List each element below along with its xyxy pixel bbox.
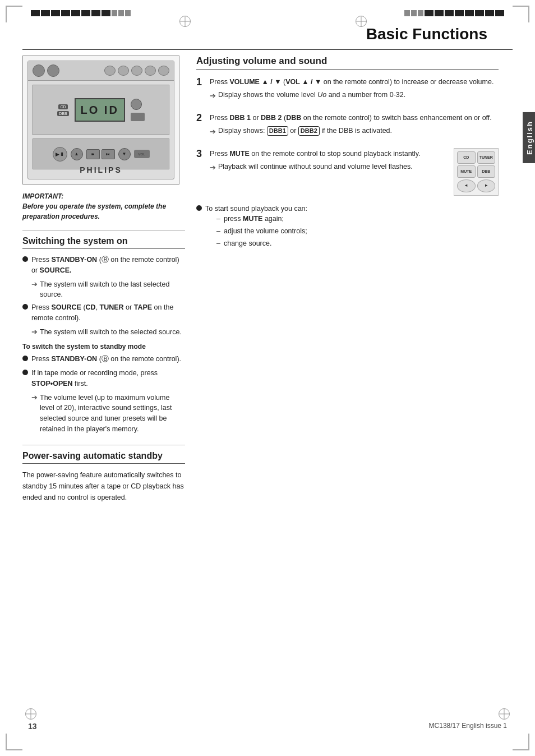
arrow-icon-2: ➔ — [31, 328, 38, 336]
device-top-panel — [28, 61, 174, 81]
dash-item-3-text: change source. — [224, 238, 271, 249]
device-btn-6 — [145, 66, 156, 76]
vol-item-1-arrow: ➔ Display shows the volume level Uo and … — [210, 90, 499, 102]
switching-on-section: Switching the system on Press STANDBY-ON… — [22, 236, 185, 435]
device-btn-1 — [33, 64, 45, 77]
adjusting-volume-title: Adjusting volume and sound — [196, 56, 499, 70]
corner-mark-bl — [6, 734, 22, 750]
device-image: CD DBB LO ID ▶⏸ ▲ — [22, 56, 179, 185]
dash-3: – — [216, 238, 220, 249]
power-saving-title: Power-saving automatic standby — [22, 451, 185, 464]
device-body: CD DBB LO ID ▶⏸ ▲ — [27, 61, 174, 179]
volume-item-3-content: CD TUNER MUTE DBB ◂ ▸ Press MUTE on the … — [210, 148, 499, 196]
page-title: Basic Functions — [22, 0, 513, 50]
power-saving-text: The power-saving feature automatically s… — [22, 469, 185, 503]
dash-1: – — [216, 214, 220, 224]
device-btn-2 — [47, 64, 59, 77]
corner-mark-tl — [6, 6, 22, 22]
switching-bullet-1-arrow: ➔ The system will switch to the last sel… — [31, 279, 185, 301]
arrow-icon-vol-2: ➔ — [210, 126, 216, 138]
dash-item-1: – press MUTE again; — [216, 214, 499, 224]
device-btn-3 — [104, 66, 116, 76]
footer-page-number: 13 — [28, 722, 37, 731]
volume-item-1: 1 Press VOLUME ▲ / ▼ (VOL ▲ / ▼ on the r… — [196, 76, 499, 104]
vol-item-2-arrow: ➔ Display shows: DBB1 or DBB2 if the DBB… — [210, 126, 499, 138]
arrow-icon-vol-3: ➔ — [210, 162, 216, 174]
switching-bullet-2-arrow: ➔ The system will switch to the selected… — [31, 327, 185, 338]
dash-item-2: – adjust the volume controls; — [216, 226, 499, 237]
arrow-icon-3: ➔ — [31, 393, 38, 402]
switching-bullet-2: Press SOURCE (CD, TUNER or TAPE on the r… — [22, 302, 185, 324]
important-label: IMPORTANT: — [22, 191, 185, 201]
num-label-2: 2 — [196, 112, 205, 124]
sound-restart-container: To start sound playback you can: – press… — [196, 204, 499, 251]
switching-bullet-1-text: Press STANDBY-ON (Ⓑ on the remote contro… — [31, 255, 185, 276]
crosshair-top-right — [356, 16, 367, 27]
footer-text: MC138/17 English issue 1 — [429, 722, 507, 731]
dbb2-badge: DBB2 — [298, 126, 320, 136]
crosshair-bottom-left — [25, 708, 36, 720]
standby-bullet-1-text: Press STANDBY-ON (Ⓑ on the remote contro… — [31, 354, 185, 365]
adjusting-volume-section: Adjusting volume and sound 1 Press VOLUM… — [196, 56, 499, 251]
volume-item-3: 3 CD TUNER MUTE DBB ◂ ▸ Press MUTE on th… — [196, 148, 499, 196]
num-label-1: 1 — [196, 76, 205, 88]
switching-bullet-2-text: Press SOURCE (CD, TUNER or TAPE on the r… — [31, 302, 185, 324]
important-note: IMPORTANT: Before you operate the system… — [22, 191, 185, 222]
device-btn-5 — [131, 66, 142, 76]
switching-bullet-2-arrow-text: The system will switch to the selected s… — [40, 327, 182, 338]
device-btn-4 — [118, 66, 129, 76]
num-label-3: 3 — [196, 148, 205, 160]
dash-item-1-text: press MUTE again; — [224, 214, 284, 224]
device-ctrl-rect — [131, 113, 145, 121]
main-content: CD DBB LO ID ▶⏸ ▲ — [22, 50, 513, 513]
standby-sub-title: To switch the system to standby mode — [22, 343, 185, 351]
crosshair-top-left — [179, 16, 191, 27]
english-tab: English — [523, 112, 535, 163]
vol-item-3-arrow: ➔ Playback will continue without sound a… — [210, 162, 448, 174]
standby-bullet-2-arrow: ➔ The volume level (up to maximum volume… — [31, 393, 185, 435]
device-knob-1 — [131, 99, 142, 110]
standby-bullet-2-text: If in tape mode or recording mode, press… — [31, 368, 185, 389]
volume-item-1-content: Press VOLUME ▲ / ▼ (VOL ▲ / ▼ on the rem… — [210, 76, 499, 104]
vol-item-2-arrow-text: Display shows: DBB1 or DBB2 if the DBB i… — [218, 126, 392, 136]
remote-btn-prev: ◂ — [457, 179, 476, 192]
volume-item-2: 2 Press DBB 1 or DBB 2 (DBB on the remot… — [196, 112, 499, 140]
sound-restart-bullet — [196, 205, 202, 211]
bullet-dot-1 — [22, 256, 28, 262]
device-btn-7 — [158, 66, 169, 76]
crosshair-bottom-right — [499, 708, 510, 720]
divider-2 — [22, 445, 185, 445]
corner-mark-tr — [513, 6, 529, 22]
volume-item-2-content: Press DBB 1 or DBB 2 (DBB on the remote … — [210, 112, 499, 140]
dash-item-3: – change source. — [216, 238, 499, 249]
remote-btn-cd: CD — [457, 151, 476, 164]
remote-mini-image: CD TUNER MUTE DBB ◂ ▸ — [454, 148, 499, 196]
dash-item-2-text: adjust the volume controls; — [224, 226, 307, 237]
device-display-area: CD DBB LO ID — [33, 85, 169, 135]
bullet-dot-2 — [22, 304, 28, 310]
page-footer: 13 MC138/17 English issue 1 — [0, 722, 535, 731]
remote-btn-mute: MUTE — [457, 165, 476, 178]
vol-item-3-arrow-text: Playback will continue without sound and… — [218, 162, 413, 172]
device-display: LO ID — [75, 98, 125, 122]
divider-1 — [22, 230, 185, 231]
dbb1-badge: DBB1 — [267, 126, 288, 136]
device-playback-controls: ▶⏸ ▲ ⏮ ⏭ ▼ VOL — [33, 139, 169, 169]
power-saving-section: Power-saving automatic standby The power… — [22, 451, 185, 503]
top-bars-left — [31, 10, 131, 16]
bullet-dot-4 — [22, 370, 28, 375]
remote-btn-next: ▸ — [477, 179, 496, 192]
dash-2: – — [216, 226, 220, 237]
vol-item-1-arrow-text: Display shows the volume level Uo and a … — [218, 90, 405, 100]
remote-btn-dbb: DBB — [477, 165, 496, 178]
sound-restart-list: – press MUTE again; – adjust the volume … — [216, 214, 499, 248]
important-text: Before you operate the system, complete … — [22, 201, 185, 222]
corner-mark-br — [513, 734, 529, 750]
left-column: CD DBB LO ID ▶⏸ ▲ — [22, 56, 185, 513]
switching-bullet-1: Press STANDBY-ON (Ⓑ on the remote contro… — [22, 255, 185, 276]
device-brand-label: PHILIPS — [28, 165, 174, 174]
switching-on-title: Switching the system on — [22, 236, 185, 249]
right-column: Adjusting volume and sound 1 Press VOLUM… — [196, 56, 513, 513]
arrow-icon-vol-1: ➔ — [210, 90, 216, 102]
sound-restart-intro: To start sound playback you can: – press… — [205, 204, 499, 251]
